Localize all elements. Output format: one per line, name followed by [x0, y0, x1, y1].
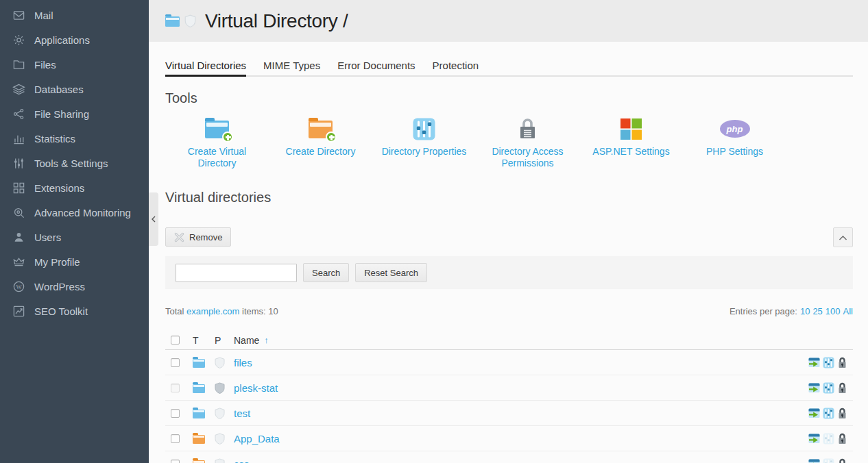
- main-content: Virtual Directory / Virtual Directories …: [149, 0, 868, 463]
- tab-error-documents[interactable]: Error Documents: [337, 60, 415, 75]
- tab-bar: Virtual Directories MIME Types Error Doc…: [165, 42, 853, 77]
- sidebar-item-label: Databases: [34, 84, 84, 95]
- entries-label: Entries per page:: [730, 306, 797, 316]
- sidebar-item-label: My Profile: [34, 256, 80, 268]
- shield-light-icon: [215, 433, 225, 445]
- select-all-checkbox[interactable]: [171, 336, 180, 345]
- tool-label: Create Directory: [269, 146, 372, 158]
- tool-php-settings[interactable]: phpPHP Settings: [683, 115, 786, 169]
- chevron-up-icon: [838, 234, 848, 241]
- directory-name-link[interactable]: test: [234, 408, 250, 419]
- tab-mime-types[interactable]: MIME Types: [263, 60, 320, 75]
- directory-name-link[interactable]: css: [234, 458, 250, 463]
- directory-name-link[interactable]: plesk-stat: [234, 382, 278, 394]
- sidebar-item-tools-settings[interactable]: Tools & Settings: [0, 151, 149, 175]
- table-row: test: [165, 401, 853, 426]
- open-icon[interactable]: [808, 408, 820, 419]
- tool-directory-properties[interactable]: Directory Properties: [372, 115, 476, 169]
- column-protection: P: [212, 335, 234, 346]
- tool-create-virtual-directory[interactable]: Create Virtual Directory: [165, 115, 269, 169]
- directory-access-permissions-icon: [518, 117, 537, 140]
- tool-label: PHP Settings: [683, 146, 786, 158]
- tool-directory-access-permissions[interactable]: Directory Access Permissions: [476, 115, 579, 169]
- users-icon: [12, 231, 25, 244]
- sidebar-collapse-handle[interactable]: [149, 192, 158, 246]
- sidebar-item-label: WordPress: [34, 281, 85, 292]
- lock-icon[interactable]: [837, 458, 847, 463]
- entries-option-10[interactable]: 10: [800, 306, 810, 316]
- sidebar-item-extensions[interactable]: Extensions: [0, 175, 149, 200]
- sidebar-item-label: Mail: [34, 10, 53, 21]
- php-settings-icon: php: [720, 120, 750, 138]
- table-header: T P Name ↑: [165, 331, 853, 350]
- sidebar-item-my-profile[interactable]: My Profile: [0, 249, 149, 274]
- open-icon[interactable]: [808, 458, 820, 463]
- column-type: T: [190, 335, 212, 346]
- sidebar-item-seo-toolkit[interactable]: SEO Toolkit: [0, 299, 149, 323]
- sidebar-item-wordpress[interactable]: WWordPress: [0, 274, 149, 299]
- summary-suffix: items: 10: [242, 306, 278, 316]
- tab-virtual-directories[interactable]: Virtual Directories: [165, 60, 246, 75]
- lock-icon[interactable]: [837, 357, 847, 368]
- collapse-search-button[interactable]: [833, 227, 853, 247]
- page-header: Virtual Directory /: [149, 0, 868, 42]
- sidebar-item-files[interactable]: Files: [0, 52, 149, 77]
- tool-create-directory[interactable]: Create Directory: [269, 115, 372, 169]
- tool-label: Create Virtual Directory: [165, 146, 269, 169]
- chevron-left-icon: [151, 216, 156, 223]
- properties-icon[interactable]: [823, 357, 834, 368]
- sidebar-item-statistics[interactable]: Statistics: [0, 126, 149, 151]
- sidebar-item-advanced-monitoring[interactable]: Advanced Monitoring: [0, 200, 149, 225]
- row-checkbox[interactable]: [171, 409, 180, 418]
- properties-icon[interactable]: [823, 408, 834, 419]
- sidebar-item-file-sharing[interactable]: File Sharing: [0, 101, 149, 126]
- tab-protection[interactable]: Protection: [433, 60, 479, 75]
- lock-icon[interactable]: [837, 408, 847, 419]
- directory-name-link[interactable]: files: [234, 357, 252, 368]
- page-title: Virtual Directory /: [205, 10, 348, 32]
- open-icon[interactable]: [808, 382, 820, 394]
- sidebar-item-databases[interactable]: Databases: [0, 77, 149, 101]
- list-summary-row: Total example.com items: 10 Entries per …: [165, 306, 853, 316]
- row-actions: [808, 382, 853, 394]
- sidebar: MailApplicationsFilesDatabasesFile Shari…: [0, 0, 149, 463]
- properties-icon[interactable]: [823, 458, 834, 463]
- search-button[interactable]: Search: [303, 263, 349, 282]
- entries-per-page: Entries per page:1025100All: [730, 306, 853, 316]
- my-profile-icon: [12, 255, 25, 268]
- open-icon[interactable]: [808, 357, 820, 368]
- sidebar-item-label: Applications: [34, 34, 90, 46]
- table-row: files: [165, 350, 853, 375]
- file-sharing-icon: [12, 108, 25, 121]
- lock-icon[interactable]: [837, 382, 847, 394]
- sidebar-item-applications[interactable]: Applications: [0, 27, 149, 52]
- tool-asp-net-settings[interactable]: ASP.NET Settings: [579, 115, 683, 169]
- sidebar-item-label: Extensions: [34, 182, 84, 194]
- row-checkbox[interactable]: [171, 460, 180, 463]
- properties-icon[interactable]: [823, 433, 834, 445]
- column-name-label: Name: [234, 335, 259, 346]
- sidebar-item-mail[interactable]: Mail: [0, 3, 149, 27]
- directory-name-link[interactable]: App_Data: [234, 433, 280, 445]
- entries-option-all[interactable]: All: [843, 306, 853, 316]
- remove-button[interactable]: Remove: [165, 227, 231, 247]
- sidebar-item-users[interactable]: Users: [0, 225, 149, 249]
- create-virtual-directory-icon: [205, 121, 229, 138]
- entries-option-100[interactable]: 100: [825, 306, 841, 316]
- row-checkbox[interactable]: [171, 384, 180, 392]
- shield-icon: [184, 14, 196, 27]
- lock-icon[interactable]: [837, 433, 847, 445]
- domain-link[interactable]: example.com: [186, 306, 239, 316]
- entries-option-25[interactable]: 25: [812, 306, 822, 316]
- content-area: Tools Create Virtual DirectoryCreate Dir…: [149, 77, 868, 463]
- search-input[interactable]: [176, 264, 297, 282]
- row-checkbox[interactable]: [171, 434, 180, 443]
- properties-icon[interactable]: [823, 382, 834, 394]
- reset-search-button[interactable]: Reset Search: [355, 263, 427, 282]
- open-icon[interactable]: [808, 433, 820, 445]
- row-checkbox[interactable]: [171, 358, 180, 367]
- create-directory-icon: [309, 121, 333, 138]
- column-name-sort[interactable]: Name ↑: [234, 335, 269, 346]
- shield-light-icon: [215, 357, 225, 368]
- wordpress-icon: W: [12, 280, 25, 293]
